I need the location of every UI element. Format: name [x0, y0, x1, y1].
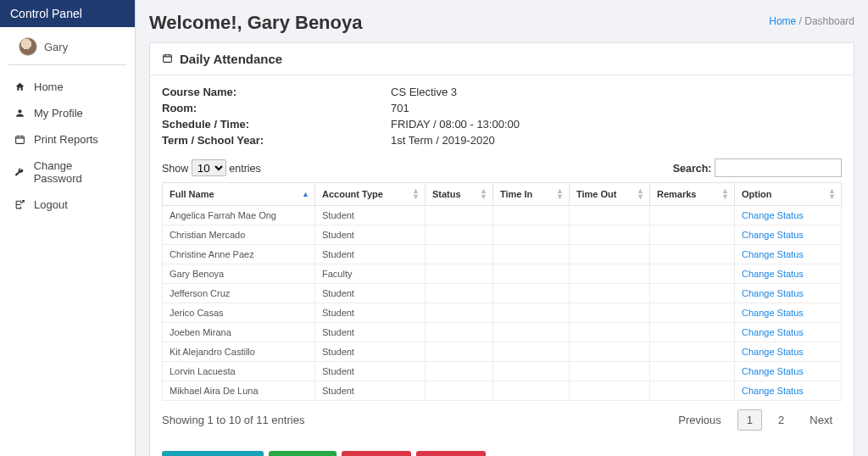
cell-status	[426, 362, 493, 381]
cell-fullname: Gary Benoya	[163, 264, 315, 284]
sidebar-item-label: Logout	[34, 198, 68, 211]
cell-status	[426, 225, 493, 245]
change-status-link[interactable]: Change Status	[742, 230, 804, 240]
cell-remarks	[650, 206, 735, 225]
search-control: Search:	[673, 158, 842, 177]
return-button-1[interactable]: Return	[342, 451, 411, 456]
svg-rect-0	[15, 136, 24, 144]
sort-icon: ▲▼	[637, 188, 644, 200]
main-content: Welcome!, Gary Benoya Home / Dashboard D…	[136, 0, 868, 456]
cell-fullname: Jefferson Cruz	[163, 284, 315, 303]
change-status-link[interactable]: Change Status	[742, 288, 804, 298]
col-fullname[interactable]: Full Name▲	[163, 183, 315, 206]
svg-rect-1	[164, 55, 172, 63]
cell-time-out	[570, 284, 650, 303]
pager-next[interactable]: Next	[800, 409, 842, 431]
sidebar: Control Panel Gary Home My Profile Print…	[0, 0, 136, 456]
pager-page-2[interactable]: 2	[769, 409, 793, 431]
col-time-out[interactable]: Time Out▲▼	[570, 183, 650, 206]
cell-status	[426, 342, 493, 362]
breadcrumb: Home / Dashboard	[769, 15, 854, 27]
change-status-link[interactable]: Change Status	[742, 210, 804, 220]
cell-option: Change Status	[735, 381, 842, 401]
sort-icon: ▲▼	[480, 188, 487, 200]
sidebar-item-print-reports[interactable]: Print Reports	[10, 126, 125, 153]
panel-title: Daily Attendance	[180, 52, 282, 66]
sidebar-item-label: Home	[34, 81, 64, 93]
cell-time-out	[570, 303, 650, 323]
table-row: Mikhael Aira De LunaStudentChange Status	[163, 381, 842, 401]
col-time-in[interactable]: Time In▲▼	[493, 183, 570, 206]
print-preview-button[interactable]: Print Preview	[162, 451, 264, 456]
cell-time-out	[570, 362, 650, 381]
cell-option: Change Status	[735, 323, 842, 342]
sidebar-item-profile[interactable]: My Profile	[10, 100, 125, 126]
change-status-link[interactable]: Change Status	[742, 308, 804, 318]
cell-time-out	[570, 264, 650, 284]
label-course: Course Name:	[162, 86, 391, 98]
sidebar-title: Control Panel	[0, 0, 135, 27]
change-status-link[interactable]: Change Status	[742, 249, 804, 259]
cell-remarks	[650, 225, 735, 245]
cell-account-type: Student	[315, 245, 426, 264]
cell-fullname: Lorvin Lacuesta	[163, 362, 315, 381]
cell-fullname: Christian Mercado	[163, 225, 315, 245]
cell-time-in	[493, 323, 570, 342]
cell-remarks	[650, 381, 735, 401]
change-status-link[interactable]: Change Status	[742, 366, 804, 376]
col-option[interactable]: Option▲▼	[735, 183, 842, 206]
sidebar-item-home[interactable]: Home	[10, 74, 125, 100]
sort-icon: ▲▼	[721, 188, 729, 200]
value-schedule: FRIDAY / 08:00 - 13:00:00	[391, 118, 842, 131]
col-account-type[interactable]: Account Type▲▼	[315, 183, 426, 206]
cell-remarks	[650, 264, 735, 284]
length-select[interactable]: 10	[192, 159, 226, 176]
cell-option: Change Status	[735, 225, 842, 245]
sidebar-item-logout[interactable]: Logout	[10, 192, 125, 218]
wrench-icon	[14, 167, 25, 178]
sort-icon: ▲▼	[412, 188, 420, 200]
course-info: Course Name: CS Elective 3 Room: 701 Sch…	[162, 86, 842, 147]
change-status-link[interactable]: Change Status	[742, 269, 804, 279]
pager-prev[interactable]: Previous	[669, 409, 731, 431]
table-row: Angelica Farrah Mae OngStudentChange Sta…	[163, 206, 842, 225]
cell-remarks	[650, 362, 735, 381]
col-remarks[interactable]: Remarks▲▼	[650, 183, 735, 206]
cell-time-in	[493, 225, 570, 245]
search-input[interactable]	[715, 158, 842, 177]
sort-icon: ▲▼	[556, 188, 564, 200]
cell-status	[426, 284, 493, 303]
cell-option: Change Status	[735, 206, 842, 225]
cell-fullname: Kit Alejandro Castillo	[163, 342, 315, 362]
length-prefix: Show	[162, 163, 188, 175]
label-term: Term / School Year:	[162, 134, 391, 147]
sort-asc-icon: ▲	[302, 192, 309, 197]
cell-remarks	[650, 284, 735, 303]
cell-remarks	[650, 245, 735, 264]
sidebar-item-label: My Profile	[34, 107, 83, 120]
cell-time-in	[493, 381, 570, 401]
cell-fullname: Christine Anne Paez	[163, 245, 315, 264]
cell-account-type: Student	[315, 303, 426, 323]
cell-remarks	[650, 342, 735, 362]
cell-status	[426, 206, 493, 225]
cell-account-type: Student	[315, 342, 426, 362]
cell-time-out	[570, 225, 650, 245]
return-button-2[interactable]: Return	[416, 451, 486, 456]
change-status-link[interactable]: Change Status	[742, 347, 804, 357]
sidebar-item-change-password[interactable]: Change Password	[10, 153, 125, 192]
user-block[interactable]: Gary	[8, 27, 126, 65]
breadcrumb-home[interactable]: Home	[769, 15, 796, 27]
cell-fullname: Joeben Mirana	[163, 323, 315, 342]
cell-account-type: Student	[315, 381, 426, 401]
col-status[interactable]: Status▲▼	[426, 183, 493, 206]
change-status-link[interactable]: Change Status	[742, 386, 804, 396]
cell-status	[426, 323, 493, 342]
cell-account-type: Student	[315, 362, 426, 381]
sidebar-nav: Home My Profile Print Reports Change Pas…	[0, 74, 135, 218]
panel-header: Daily Attendance	[150, 43, 854, 75]
pager-page-1[interactable]: 1	[737, 409, 762, 431]
export-button[interactable]: Export	[269, 451, 337, 456]
cell-time-out	[570, 206, 650, 225]
change-status-link[interactable]: Change Status	[742, 327, 804, 337]
